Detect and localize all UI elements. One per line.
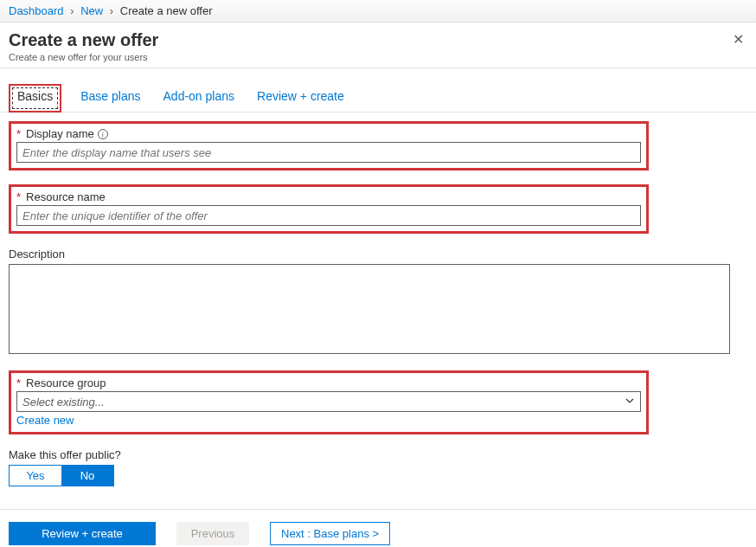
make-public-group: Make this offer public? Yes No [9,448,747,486]
required-indicator: * [16,190,21,203]
next-button[interactable]: Next : Base plans > [270,522,390,545]
chevron-right-icon: › [70,4,74,17]
description-group: Description [9,248,730,357]
required-indicator: * [16,376,21,389]
breadcrumb: Dashboard › New › Create a new offer [0,0,756,23]
close-button[interactable]: ✕ [729,29,747,50]
tab-basics[interactable]: Basics [9,84,61,113]
required-indicator: * [16,127,21,140]
previous-button: Previous [176,522,249,545]
tab-addon-plans[interactable]: Add-on plans [160,84,239,112]
close-icon: ✕ [733,32,744,47]
tab-base-plans[interactable]: Base plans [77,84,144,112]
resource-group-placeholder: Select existing... [22,396,105,409]
review-create-button[interactable]: Review + create [9,522,156,545]
resource-name-group: * Resource name [9,184,649,234]
breadcrumb-link-new[interactable]: New [80,4,103,17]
chevron-down-icon [625,396,635,409]
resource-group-label: Resource group [26,376,106,389]
display-name-input[interactable] [16,142,641,163]
tab-review-create[interactable]: Review + create [253,84,348,112]
display-name-group: * Display name i [9,121,649,171]
make-public-label: Make this offer public? [9,448,747,461]
toggle-yes[interactable]: Yes [10,466,61,486]
page-title: Create a new offer [9,29,158,50]
resource-name-input[interactable] [16,205,641,226]
resource-name-label: Resource name [26,190,106,203]
display-name-label: Display name [26,127,94,140]
breadcrumb-link-dashboard[interactable]: Dashboard [9,4,64,17]
create-new-link[interactable]: Create new [16,414,74,427]
description-label: Description [9,248,65,261]
chevron-right-icon: › [110,4,113,17]
tab-bar: Basics Base plans Add-on plans Review + … [0,68,756,113]
page-subtitle: Create a new offer for your users [9,52,158,62]
toggle-no[interactable]: No [61,466,113,486]
resource-group-group: * Resource group Select existing... Crea… [9,370,649,434]
info-icon[interactable]: i [98,129,108,139]
breadcrumb-current: Create a new offer [120,4,213,17]
description-input[interactable] [9,264,730,354]
footer-bar: Review + create Previous Next : Base pla… [0,509,756,547]
resource-group-select[interactable]: Select existing... [16,391,641,412]
